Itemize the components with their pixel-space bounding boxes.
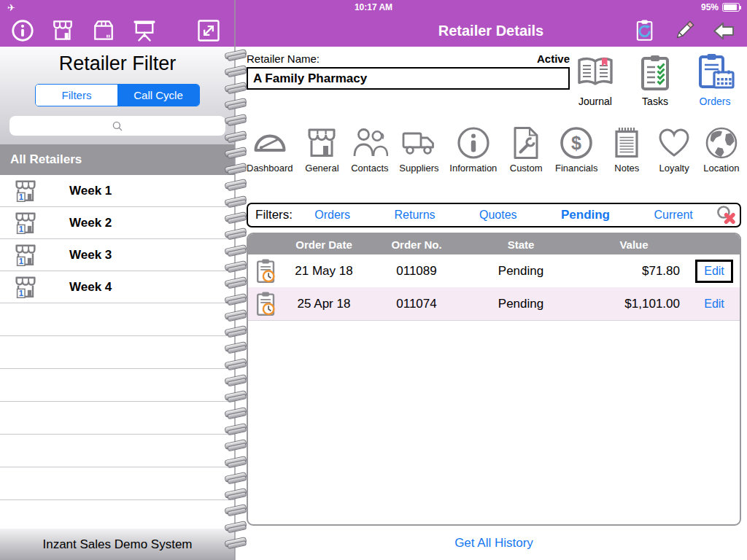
- sidebar-tab-switch: Filters Call Cycle: [35, 84, 200, 106]
- presentation-button[interactable]: [131, 18, 158, 44]
- store-icon: [50, 18, 76, 44]
- filter-quotes[interactable]: Quotes: [479, 209, 517, 222]
- app-screen: ✈ 10:17 AM 95% Retailer Det: [0, 0, 747, 560]
- tab-label: Location: [703, 163, 739, 174]
- retailer-name-row: Retailer Name: Active: [247, 52, 570, 65]
- tab-notes[interactable]: Notes: [608, 125, 645, 174]
- orders-icon: [694, 52, 735, 93]
- tab-information[interactable]: Information: [449, 125, 497, 174]
- nav-left-toolbar: [0, 15, 235, 47]
- cell-state: Pending: [462, 297, 579, 311]
- call-cycle-list: 1 Week 1 1 Week 2 1 Week 3 1 Week 4: [0, 175, 235, 529]
- tab-filters[interactable]: Filters: [36, 85, 117, 106]
- back-button[interactable]: [711, 18, 738, 44]
- info-button[interactable]: [10, 18, 35, 43]
- information-icon: [455, 125, 492, 161]
- tab-label: Suppliers: [399, 163, 438, 174]
- sync-clipboard-icon: [632, 18, 657, 43]
- store-one-icon: 1: [12, 177, 39, 205]
- loyalty-heart-icon: [656, 125, 692, 161]
- sidebar-header: Retailer Filter Filters Call Cycle: [0, 47, 235, 144]
- edit-order-button[interactable]: Edit: [704, 265, 724, 278]
- journal-button[interactable]: Journal: [573, 52, 617, 107]
- filter-returns[interactable]: Returns: [395, 209, 436, 222]
- suppliers-truck-icon: [400, 125, 437, 161]
- list-item-week-1[interactable]: 1 Week 1: [0, 175, 235, 207]
- list-item-label: Week 1: [69, 184, 112, 198]
- svg-text:$: $: [571, 133, 581, 153]
- retailers-button[interactable]: [50, 18, 76, 44]
- tab-dashboard[interactable]: Dashboard: [247, 125, 293, 174]
- svg-text:1: 1: [19, 192, 24, 201]
- clipboard-clock-icon: [255, 257, 276, 284]
- package-icon: [90, 18, 117, 44]
- sidebar-search: [9, 116, 225, 136]
- cell-order-date: 21 May 18: [277, 264, 371, 279]
- page-title: Retailer Details: [438, 23, 544, 39]
- back-arrow-icon: [711, 18, 738, 44]
- tab-location[interactable]: Location: [703, 125, 740, 174]
- orders-button[interactable]: Orders: [693, 52, 737, 107]
- location-globe-icon: [703, 125, 740, 161]
- navigation-bar: Retailer Details: [0, 15, 747, 47]
- status-badge: Active: [537, 52, 570, 65]
- products-button[interactable]: [90, 18, 117, 44]
- get-all-history-link[interactable]: Get All History: [450, 535, 538, 551]
- table-header: Order Date Order No. State Value: [248, 234, 740, 254]
- cell-value: $1,101.00: [579, 297, 689, 311]
- tab-call-cycle[interactable]: Call Cycle: [117, 85, 199, 106]
- clear-search-button[interactable]: [715, 204, 737, 226]
- filters-label: Filters:: [255, 208, 293, 222]
- expand-icon: [196, 18, 222, 44]
- focus-ring: Edit: [695, 260, 733, 283]
- tab-suppliers[interactable]: Suppliers: [399, 125, 438, 174]
- tab-label: Information: [449, 163, 497, 174]
- pencil-icon: [672, 18, 697, 43]
- filter-orders[interactable]: Orders: [314, 209, 350, 222]
- filter-pending[interactable]: Pending: [561, 208, 610, 222]
- empty-list-row: [0, 435, 235, 467]
- filter-current[interactable]: Current: [654, 209, 692, 222]
- financials-dollar-icon: $: [558, 125, 595, 161]
- tab-custom[interactable]: Custom: [508, 125, 544, 174]
- quick-action-label: Tasks: [642, 96, 668, 107]
- col-state: State: [462, 238, 579, 251]
- battery-icon: [722, 3, 740, 12]
- search-input[interactable]: [9, 116, 225, 136]
- list-item-week-2[interactable]: 1 Week 2: [0, 207, 235, 239]
- app-footer-label: Inzant Sales Demo System: [0, 529, 235, 560]
- order-filters-bar: Filters: Orders Returns Quotes Pending C…: [247, 203, 741, 228]
- empty-list-row: [0, 369, 235, 402]
- clear-search-icon: [715, 204, 737, 226]
- retailer-name-input[interactable]: [247, 67, 570, 90]
- tab-contacts[interactable]: Contacts: [351, 125, 388, 174]
- tab-loyalty[interactable]: Loyalty: [656, 125, 692, 174]
- list-item-week-3[interactable]: 1 Week 3: [0, 239, 235, 271]
- quick-actions: Journal Tasks Orders: [573, 52, 737, 107]
- cell-state: Pending: [462, 264, 579, 279]
- info-icon: [10, 18, 35, 43]
- empty-list-row: [0, 467, 235, 500]
- tasks-button[interactable]: Tasks: [633, 52, 677, 107]
- list-group-header: All Retailers: [0, 144, 235, 175]
- col-order-date: Order Date: [277, 238, 371, 251]
- list-item-label: Week 2: [69, 216, 112, 230]
- list-item-week-4[interactable]: 1 Week 4: [0, 271, 235, 303]
- fullscreen-button[interactable]: [196, 18, 222, 44]
- detail-tabs: Dashboard General Contacts Suppliers Inf…: [247, 125, 741, 174]
- edit-order-button[interactable]: Edit: [704, 298, 724, 311]
- edit-retailer-button[interactable]: [672, 18, 697, 43]
- sync-button[interactable]: [632, 18, 657, 43]
- tab-label: General: [305, 163, 338, 174]
- tab-label: Loyalty: [659, 163, 689, 174]
- tab-financials[interactable]: $ Financials: [555, 125, 598, 174]
- general-store-icon: [303, 125, 340, 161]
- store-one-icon: 1: [12, 273, 39, 301]
- table-row[interactable]: 21 May 18 011089 Pending $71.80 Edit: [248, 254, 740, 287]
- table-row[interactable]: 25 Apr 18 011074 Pending $1,101.00 Edit: [248, 287, 740, 321]
- cell-value: $71.80: [579, 264, 689, 279]
- tab-general[interactable]: General: [303, 125, 340, 174]
- store-one-icon: 1: [12, 241, 39, 269]
- cell-order-no: 011089: [371, 264, 462, 279]
- tab-label: Custom: [510, 163, 543, 174]
